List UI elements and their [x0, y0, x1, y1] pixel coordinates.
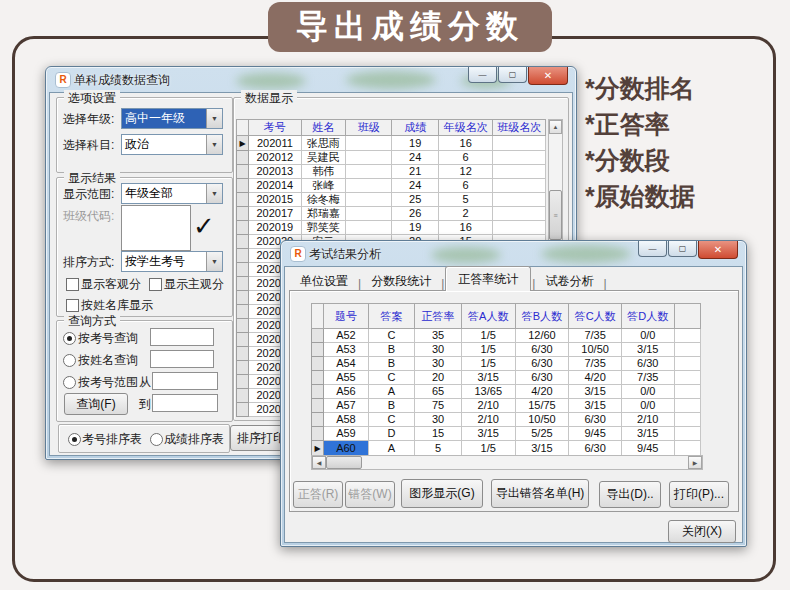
table-row[interactable]: A55C203/156/304/207/35 — [312, 371, 701, 385]
row-selector[interactable] — [237, 389, 249, 403]
examno-input[interactable] — [150, 328, 214, 346]
close-button[interactable]: ✕ — [698, 241, 738, 259]
scroll-up-arrow[interactable]: ▲ — [549, 120, 562, 134]
table-row[interactable]: A52C351/512/607/350/0 — [312, 329, 701, 343]
tab-4[interactable]: 试卷分析 — [536, 271, 602, 291]
row-selector[interactable] — [237, 361, 249, 375]
tab-2[interactable]: 分数段统计 — [362, 271, 440, 291]
maximize-button[interactable]: ▢ — [668, 241, 697, 257]
table-row[interactable]: 202012吴建民246 — [237, 151, 546, 165]
graph-display-button[interactable]: 图形显示(G) — [401, 479, 483, 508]
row-selector[interactable] — [312, 399, 324, 413]
column-header[interactable]: 答B人数 — [515, 304, 569, 329]
minimize-button[interactable]: — — [468, 67, 497, 83]
minimize-button[interactable]: — — [638, 241, 667, 257]
row-selector[interactable] — [237, 375, 249, 389]
row-selector[interactable] — [237, 277, 249, 291]
column-header[interactable]: 答C人数 — [569, 304, 622, 329]
column-header[interactable]: 正答率 — [415, 304, 462, 329]
row-selector[interactable] — [237, 151, 249, 165]
table-row[interactable]: A58C302/1010/506/302/10 — [312, 413, 701, 427]
column-header[interactable]: 答A人数 — [461, 304, 515, 329]
table-row[interactable]: 202015徐冬梅255 — [237, 193, 546, 207]
row-selector[interactable] — [312, 427, 324, 441]
order-by-examno-radio[interactable] — [68, 433, 81, 446]
print-button[interactable]: 打印(P)... — [669, 481, 729, 508]
export-wrong-list-button[interactable]: 导出错答名单(H) — [491, 479, 589, 508]
table-row[interactable]: ▶A60A51/53/156/309/45 — [312, 441, 701, 456]
subjective-checkbox[interactable] — [149, 278, 162, 291]
row-selector[interactable] — [237, 179, 249, 193]
range-from-input[interactable] — [152, 372, 218, 390]
by-range-radio[interactable] — [63, 376, 76, 389]
column-header[interactable]: 答案 — [368, 304, 415, 329]
row-selector[interactable] — [237, 305, 249, 319]
column-header[interactable]: 成绩 — [392, 120, 438, 136]
chevron-down-icon[interactable]: ▼ — [206, 252, 222, 271]
column-header[interactable] — [674, 304, 700, 329]
row-selector[interactable] — [237, 249, 249, 263]
table-row[interactable]: A53B301/56/3010/503/15 — [312, 343, 701, 357]
column-header[interactable]: 考号 — [249, 120, 302, 136]
namedb-checkbox[interactable] — [66, 299, 79, 312]
scroll-right-arrow[interactable]: ▶ — [688, 456, 702, 469]
export-button[interactable]: 导出(D).. — [599, 481, 661, 508]
close-button[interactable]: ✕ — [528, 67, 568, 85]
row-selector[interactable] — [312, 371, 324, 385]
row-selector[interactable] — [237, 221, 249, 235]
scroll-thumb[interactable]: ≡ — [549, 190, 562, 240]
row-selector[interactable] — [312, 357, 324, 371]
table-row[interactable]: A59D153/155/259/453/15 — [312, 427, 701, 441]
table-row[interactable]: 202014张峰246 — [237, 179, 546, 193]
name-input[interactable] — [150, 350, 214, 368]
window1-titlebar[interactable]: R 单科成绩数据查询 — ▢ ✕ — [46, 67, 576, 92]
sort-select[interactable]: 按学生考号 ▼ — [121, 251, 223, 272]
close-dialog-button[interactable]: 关闭(X) — [668, 520, 736, 543]
row-selector[interactable] — [312, 343, 324, 357]
row-selector[interactable] — [237, 347, 249, 361]
column-header[interactable]: 答D人数 — [621, 304, 674, 329]
scroll-thumb[interactable] — [326, 456, 362, 469]
table-row[interactable]: 202013韩伟2112 — [237, 165, 546, 179]
table-row[interactable]: 202019郭笑笑1916 — [237, 221, 546, 235]
row-selector[interactable] — [237, 207, 249, 221]
range-to-input[interactable] — [152, 394, 218, 412]
by-examno-radio[interactable] — [63, 332, 76, 345]
tab-3[interactable]: 正答率统计 — [445, 266, 531, 291]
window2-titlebar[interactable]: R 考试结果分析 — ▢ ✕ — [281, 241, 746, 266]
row-selector[interactable]: ▶ — [237, 136, 249, 151]
order-by-score-radio[interactable] — [150, 433, 163, 446]
row-selector[interactable] — [237, 263, 249, 277]
range-select[interactable]: 年级全部 ▼ — [121, 183, 223, 204]
column-header[interactable]: 题号 — [324, 304, 369, 329]
row-selector[interactable] — [237, 333, 249, 347]
column-header[interactable]: 姓名 — [301, 120, 345, 136]
wrong-answer-button[interactable]: 错答(W) — [345, 481, 395, 508]
column-header[interactable]: 年级名次 — [438, 120, 493, 136]
correct-answer-button[interactable]: 正答(R) — [293, 481, 343, 508]
row-selector[interactable] — [312, 385, 324, 399]
chevron-down-icon[interactable]: ▼ — [206, 109, 222, 128]
tab-1[interactable]: 单位设置 — [291, 271, 357, 291]
query-button[interactable]: 查询(F) — [64, 393, 128, 415]
row-selector[interactable] — [237, 235, 249, 249]
table-row[interactable]: A57B752/1015/753/150/0 — [312, 399, 701, 413]
column-header[interactable]: 班级名次 — [493, 120, 546, 136]
column-header[interactable]: 班级 — [346, 120, 392, 136]
by-name-radio[interactable] — [63, 354, 76, 367]
row-selector[interactable] — [237, 291, 249, 305]
chevron-down-icon[interactable]: ▼ — [206, 135, 222, 154]
objective-checkbox[interactable] — [66, 278, 79, 291]
row-selector[interactable]: ▶ — [312, 441, 324, 456]
row-selector[interactable] — [312, 329, 324, 343]
table-row[interactable]: 202017郑瑞嘉262 — [237, 207, 546, 221]
maximize-button[interactable]: ▢ — [498, 67, 527, 83]
table-row[interactable]: A56A6513/654/203/150/0 — [312, 385, 701, 399]
horizontal-scrollbar[interactable]: ◀ ▶ — [311, 455, 703, 470]
scroll-left-arrow[interactable]: ◀ — [312, 456, 326, 469]
row-selector[interactable] — [237, 403, 249, 417]
grade-select[interactable]: 高中一年级 ▼ — [121, 108, 223, 129]
classcode-textarea[interactable] — [121, 205, 191, 251]
row-selector[interactable] — [237, 165, 249, 179]
row-selector[interactable] — [237, 319, 249, 333]
